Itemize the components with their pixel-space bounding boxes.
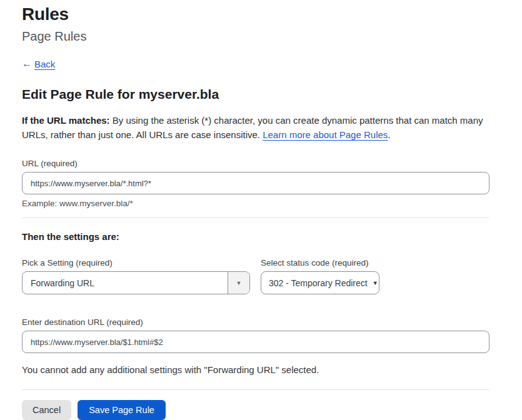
- setting-select-arrow-box: ▼: [228, 272, 249, 294]
- destination-url-input[interactable]: [22, 331, 489, 353]
- cancel-button[interactable]: Cancel: [22, 400, 71, 420]
- learn-more-link[interactable]: Learn more about Page Rules: [263, 129, 388, 140]
- section-divider: [22, 218, 489, 218]
- back-row: ← Back: [22, 58, 489, 69]
- setting-select-value: Forwarding URL: [23, 278, 228, 288]
- status-column: Select status code (required) 302 - Temp…: [261, 258, 379, 294]
- page-subtitle: Page Rules: [22, 28, 489, 44]
- url-field-example: Example: www.myserver.bla/*: [22, 198, 489, 209]
- status-code-select[interactable]: 302 - Temporary Redirect ▼: [261, 271, 379, 294]
- url-input[interactable]: [22, 172, 489, 194]
- footer-divider: [22, 389, 489, 390]
- setting-select-label: Pick a Setting (required): [22, 258, 250, 268]
- chevron-down-icon: ▼: [236, 280, 242, 286]
- edit-rule-heading: Edit Page Rule for myserver.bla: [22, 86, 489, 103]
- back-link[interactable]: ← Back: [22, 58, 55, 69]
- destination-field-label: Enter destination URL (required): [22, 317, 489, 328]
- settings-heading: Then the settings are:: [22, 231, 489, 242]
- url-match-lead: If the URL matches:: [22, 115, 110, 126]
- forwarding-note: You cannot add any additional settings w…: [22, 364, 489, 376]
- url-match-period: .: [388, 129, 390, 140]
- page-rules-edit-page: Rules Page Rules ← Back Edit Page Rule f…: [22, 0, 489, 420]
- back-link-label: Back: [34, 59, 55, 69]
- actions-row: Cancel Save Page Rule: [22, 400, 489, 420]
- setting-select[interactable]: Forwarding URL ▼: [22, 271, 250, 294]
- status-select-value: 302 - Temporary Redirect: [269, 278, 368, 288]
- page-title: Rules: [22, 4, 489, 25]
- status-select-label: Select status code (required): [261, 258, 379, 268]
- back-arrow-icon: ←: [22, 58, 32, 69]
- chevron-down-icon: ▼: [373, 280, 378, 286]
- url-field-label: URL (required): [22, 158, 489, 169]
- save-page-rule-button[interactable]: Save Page Rule: [78, 400, 166, 420]
- url-match-description: If the URL matches: By using the asteris…: [22, 113, 489, 142]
- settings-row: Pick a Setting (required) Forwarding URL…: [22, 258, 489, 294]
- setting-column: Pick a Setting (required) Forwarding URL…: [22, 258, 250, 294]
